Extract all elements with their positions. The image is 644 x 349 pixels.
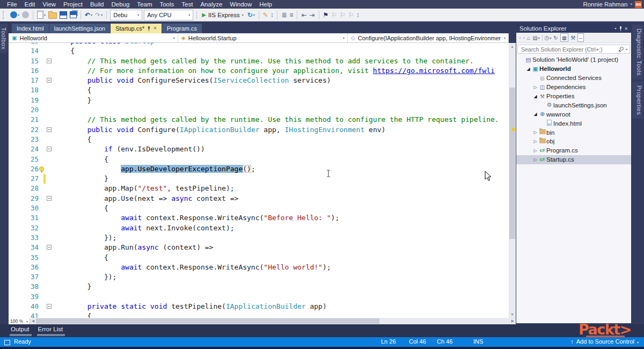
menu-team[interactable]: Team xyxy=(133,0,156,9)
collapse-region-button[interactable]: − xyxy=(47,147,52,151)
collapse-region-button[interactable]: − xyxy=(47,127,52,132)
breadcrumb-member-dropdown[interactable]: ◇ Configure(IApplicationBuilder app, IHo… xyxy=(348,33,509,42)
collapse-region-button[interactable]: − xyxy=(47,304,52,309)
expander-closed-icon[interactable]: ▷ xyxy=(532,139,538,144)
comment-out-button[interactable]: ≣ xyxy=(281,10,287,20)
preview-selected-items-icon[interactable]: ‒ xyxy=(577,33,584,42)
bottom-tab-error-list[interactable]: Error List xyxy=(38,326,63,336)
clear-bookmarks-button[interactable]: ⚐ xyxy=(348,10,355,20)
toolbar-overflow-button[interactable]: ▾▾ xyxy=(272,13,273,17)
expander-closed-icon[interactable]: ▷ xyxy=(532,148,538,153)
collapse-region-button[interactable]: − xyxy=(47,245,52,250)
dock-tab-toolbox[interactable]: Toolbox xyxy=(0,24,8,53)
vertical-scroll-thumb[interactable] xyxy=(509,88,515,239)
next-bookmark-button[interactable]: ⚐ xyxy=(339,10,346,20)
undo-button[interactable]: ↶▾ xyxy=(84,10,93,20)
open-file-button[interactable] xyxy=(48,10,57,20)
navigate-backward-button[interactable]: ▾ xyxy=(10,10,20,20)
uncomment-button[interactable]: ≡ xyxy=(289,10,294,20)
pending-changes-filter-icon[interactable]: ◷▾ xyxy=(545,35,552,41)
quick-actions-lightbulb-icon[interactable] xyxy=(39,166,44,171)
menu-analyze[interactable]: Analyze xyxy=(196,0,226,9)
save-button[interactable] xyxy=(59,10,68,20)
dock-tab-diagnostic-tools[interactable]: Diagnostic Tools xyxy=(632,25,643,79)
breadcrumb-project-dropdown[interactable]: ▣ Helloworld ▾ xyxy=(9,33,178,42)
tree-item-obj[interactable]: ▷obj xyxy=(516,137,631,146)
pin-icon[interactable] xyxy=(147,26,151,31)
navigate-back-icon[interactable]: ◦ xyxy=(519,35,521,41)
horizontal-scroll-thumb[interactable] xyxy=(36,318,379,324)
expander-closed-icon[interactable]: ▷ xyxy=(532,130,538,135)
scroll-left-arrow[interactable]: ◀ xyxy=(30,319,36,323)
collapse-region-button[interactable]: − xyxy=(47,78,52,83)
navigate-forward-icon[interactable]: ◦ xyxy=(523,35,525,41)
collapse-all-icon[interactable]: ▤▾ xyxy=(532,35,539,41)
menu-file[interactable]: File xyxy=(3,0,21,9)
window-position-icon[interactable]: ▾ xyxy=(615,26,617,30)
editor-zoom-dropdown[interactable]: 100 % ▾ xyxy=(9,318,30,324)
prev-bookmark-button[interactable]: ⚐ xyxy=(331,10,338,20)
toggle-bookmark-button[interactable]: ⚑ xyxy=(323,10,330,20)
scroll-down-arrow[interactable]: ▼ xyxy=(509,311,516,318)
expander-open-icon[interactable]: ◢ xyxy=(532,112,538,117)
menu-tools[interactable]: Tools xyxy=(156,0,178,9)
menu-test[interactable]: Test xyxy=(178,0,196,9)
tree-item-startup-cs[interactable]: ▷c#Startup.cs xyxy=(516,155,631,164)
close-icon[interactable]: × xyxy=(153,26,157,31)
menu-view[interactable]: View xyxy=(39,0,60,9)
solution-explorer-search[interactable]: ▾ xyxy=(517,45,630,54)
collapse-region-button[interactable]: − xyxy=(47,59,52,63)
dock-tab-properties[interactable]: Properties xyxy=(632,82,643,119)
navigate-forward-button[interactable] xyxy=(21,10,30,20)
close-icon[interactable]: × xyxy=(625,25,628,32)
debug-config-select[interactable]: Debu▾ xyxy=(110,10,142,20)
menu-project[interactable]: Project xyxy=(60,0,86,9)
tree-item-index-html[interactable]: Index.html xyxy=(516,119,631,128)
editor-horizontal-scrollbar[interactable]: 100 % ▾ ◀ ▶ xyxy=(9,318,516,324)
expander-open-icon[interactable]: ◢ xyxy=(532,94,538,99)
scroll-up-arrow[interactable]: ▲ xyxy=(509,43,516,50)
save-all-button[interactable] xyxy=(69,10,77,20)
tree-item-dependencies[interactable]: ▷◫Dependencies xyxy=(516,83,631,92)
toolbar-overflow-button[interactable]: ▾▾ xyxy=(357,13,359,17)
bottom-tab-output[interactable]: Output xyxy=(11,326,30,336)
menu-debug[interactable]: Debug xyxy=(107,0,133,9)
decrease-indent-button[interactable]: ⇤ xyxy=(301,10,307,20)
tree-item-program-cs[interactable]: ▷c#Program.cs xyxy=(516,146,631,155)
tab-startup-cs-[interactable]: Startup.cs*× xyxy=(111,24,162,33)
tree-item-helloworld[interactable]: ◢▣Helloworld xyxy=(516,64,631,74)
solution-explorer-header[interactable]: Solution Explorer ▾ × xyxy=(516,24,631,33)
tree-item-connected-services[interactable]: ◎Connected Services xyxy=(516,74,631,83)
tree-item-wwwroot[interactable]: ◢⊕wwwroot xyxy=(516,110,631,119)
home-icon[interactable]: ⌂ xyxy=(527,35,530,41)
avatar[interactable]: RR xyxy=(635,1,642,8)
menu-window[interactable]: Window xyxy=(226,0,255,9)
sync-with-active-document-icon[interactable]: ↻ xyxy=(553,35,558,41)
tab-launchsettings-json[interactable]: launchSettings.json xyxy=(49,24,110,33)
code-editor[interactable]: 13 public class Startup14 {15− // This m… xyxy=(9,43,509,318)
search-input[interactable] xyxy=(520,46,617,53)
platform-select[interactable]: Any CPU▾ xyxy=(144,10,193,20)
menu-build[interactable]: Build xyxy=(86,0,108,9)
user-account[interactable]: Ronnie Rahman ▾ RR xyxy=(583,0,642,9)
restart-button[interactable]: ↻▾ xyxy=(247,10,255,20)
tree-item-solution-helloworld-1-project-[interactable]: ▤Solution 'HelloWorld' (1 project) xyxy=(516,55,631,64)
new-file-button[interactable]: ▾ xyxy=(36,10,46,20)
expander-open-icon[interactable]: ◢ xyxy=(525,67,531,71)
add-to-source-control-button[interactable]: ↑ Add to Source Control ▴ xyxy=(570,338,639,345)
start-debugging-button[interactable]: ▶IIS Express▾ xyxy=(200,12,245,18)
redo-button[interactable]: ↷▾ xyxy=(94,10,103,20)
menu-edit[interactable]: Edit xyxy=(21,0,39,9)
editor-vertical-scrollbar[interactable]: ▲ ▼ xyxy=(509,43,516,318)
tab-program-cs[interactable]: Program.cs xyxy=(162,24,202,33)
pin-icon[interactable] xyxy=(619,26,623,31)
show-all-files-icon[interactable]: ▦ xyxy=(560,33,568,42)
collapse-region-button[interactable]: − xyxy=(47,196,52,201)
tree-item-properties[interactable]: ◢⚒Properties xyxy=(516,92,631,101)
breadcrumb-type-dropdown[interactable]: ◈ Helloworld.Startup ▾ xyxy=(178,33,348,42)
feedback-marker-button[interactable]: ✎ xyxy=(262,10,269,20)
tab-index-html[interactable]: Index.html xyxy=(12,24,49,33)
expander-closed-icon[interactable]: ▷ xyxy=(532,85,538,90)
tree-item-launchsettings-json[interactable]: ⚙launchSettings.json xyxy=(516,100,631,110)
expander-closed-icon[interactable]: ▷ xyxy=(532,157,538,162)
